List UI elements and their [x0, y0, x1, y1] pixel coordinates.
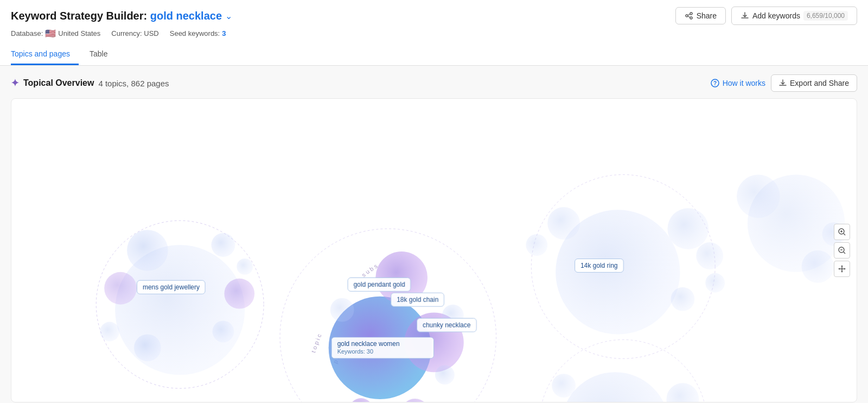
svg-line-3: [688, 14, 690, 15]
export-icon: [779, 79, 787, 87]
svg-marker-58: [841, 271, 843, 273]
right-actions: ? How it works Export and Share: [711, 74, 857, 92]
top-bar: Keyword Strategy Builder: gold necklace …: [0, 0, 868, 66]
bubble-label-18k-gold-chain: 18k gold chain: [391, 293, 444, 307]
title-keyword: gold necklace: [150, 10, 222, 22]
topical-overview-title: Topical Overview: [23, 78, 94, 88]
curve-text-topic: t o p i c: [310, 333, 322, 354]
share-icon: [685, 11, 693, 20]
share-label: Share: [697, 11, 717, 20]
title-prefix: Keyword Strategy Builder:: [11, 10, 147, 22]
svg-point-13: [212, 321, 234, 343]
how-it-works-label: How it works: [723, 79, 765, 87]
svg-line-4: [688, 16, 690, 17]
currency-meta: Currency: USD: [111, 29, 158, 37]
pan-icon: [838, 265, 846, 273]
tabs-row: Topics and pages Table: [11, 44, 857, 65]
viz-controls: [834, 224, 850, 277]
svg-marker-59: [838, 268, 840, 270]
database-country: United States: [58, 29, 100, 37]
tab-table[interactable]: Table: [90, 44, 116, 65]
how-it-works-button[interactable]: ? How it works: [711, 79, 765, 87]
bubble-label-mens-gold: mens gold jewellery: [137, 280, 206, 294]
svg-point-21: [349, 398, 373, 402]
svg-point-41: [666, 383, 699, 402]
svg-point-15: [100, 322, 119, 342]
svg-point-1: [686, 15, 688, 17]
database-meta: Database: 🇺🇸 United States: [11, 28, 100, 39]
seed-keywords-count: 3: [222, 29, 226, 37]
topic-count: 4 topics, 862 pages: [98, 79, 169, 88]
tab-topics-pages-label: Topics and pages: [11, 49, 70, 58]
info-circle-icon: ?: [711, 79, 719, 87]
svg-point-40: [561, 372, 669, 402]
svg-point-2: [690, 17, 692, 19]
title-area: Keyword Strategy Builder: gold necklace …: [11, 10, 232, 22]
add-keywords-label: Add keywords: [752, 11, 800, 20]
download-icon: [741, 11, 749, 20]
top-row: Keyword Strategy Builder: gold necklace …: [11, 7, 857, 25]
svg-point-14: [134, 334, 161, 361]
seed-keywords-label: Seed keywords:: [170, 29, 220, 37]
pan-button[interactable]: [834, 261, 850, 277]
zoom-out-button[interactable]: [834, 242, 850, 259]
svg-point-29: [667, 208, 709, 249]
meta-row: Database: 🇺🇸 United States Currency: USD…: [11, 28, 857, 39]
svg-point-10: [211, 233, 235, 257]
svg-point-16: [104, 272, 137, 305]
svg-point-23: [401, 399, 429, 402]
add-keywords-button[interactable]: Add keywords 6,659/10,000: [731, 7, 857, 25]
tab-table-label: Table: [90, 49, 107, 58]
keywords-count-badge: 6,659/10,000: [803, 11, 848, 21]
svg-point-31: [547, 207, 580, 240]
bubble-label-gold-pendant: gold pendant gold: [348, 278, 411, 292]
zoom-in-button[interactable]: [834, 224, 850, 240]
svg-text:?: ?: [713, 80, 717, 86]
export-label: Export and Share: [790, 79, 849, 87]
bubble-label-14k-gold-ring: 14k gold ring: [575, 259, 623, 273]
svg-marker-60: [844, 268, 846, 270]
flag-icon: 🇺🇸: [45, 28, 56, 39]
zoom-in-icon: [838, 228, 846, 236]
svg-point-11: [237, 259, 253, 275]
seed-keywords-meta: Seed keywords: 3: [170, 29, 226, 37]
svg-point-9: [127, 230, 168, 271]
viz-container: mens gold jewellery t o p i c p i l l a …: [11, 98, 857, 402]
svg-point-36: [737, 175, 780, 218]
top-actions: Share Add keywords 6,659/10,000: [675, 7, 857, 25]
svg-point-37: [802, 250, 834, 283]
tab-topics-pages[interactable]: Topics and pages: [11, 44, 79, 65]
svg-point-32: [526, 234, 547, 256]
bubble-label-chunky-necklace: chunky necklace: [417, 318, 476, 332]
svg-point-34: [705, 273, 725, 293]
svg-point-33: [671, 287, 694, 311]
svg-point-24: [435, 365, 455, 385]
export-share-button[interactable]: Export and Share: [771, 74, 857, 92]
page-title: Keyword Strategy Builder: gold necklace: [11, 10, 222, 22]
bubble-label-gold-necklace-women: gold necklace womenKeywords: 30: [331, 337, 434, 358]
share-button[interactable]: Share: [675, 7, 726, 24]
zoom-out-icon: [838, 247, 846, 254]
sparkle-icon: ✦: [11, 77, 19, 89]
svg-point-26: [330, 298, 354, 322]
svg-point-12: [224, 279, 254, 309]
svg-marker-57: [841, 265, 843, 267]
svg-point-30: [696, 242, 723, 269]
svg-point-0: [690, 12, 692, 15]
content-area: ✦ Topical Overview 4 topics, 862 pages ?…: [0, 66, 868, 403]
database-label: Database:: [11, 29, 43, 37]
svg-line-51: [844, 234, 845, 235]
topical-overview-bar: ✦ Topical Overview 4 topics, 862 pages ?…: [11, 74, 857, 92]
currency-label: Currency: USD: [111, 29, 158, 37]
topical-title: ✦ Topical Overview 4 topics, 862 pages: [11, 77, 169, 89]
bubble-chart: mens gold jewellery t o p i c p i l l a …: [11, 99, 857, 402]
svg-point-44: [552, 374, 576, 398]
svg-line-54: [844, 252, 845, 254]
title-dropdown-icon[interactable]: ⌄: [225, 11, 232, 21]
